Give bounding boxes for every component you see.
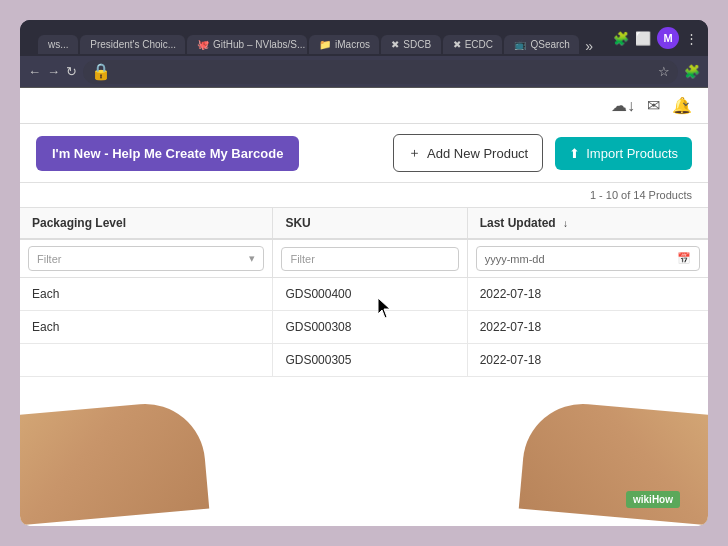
date-filter-input[interactable]: yyyy-mm-dd 📅 [476, 246, 700, 271]
col-sku: SKU [273, 208, 467, 239]
menu-icon[interactable]: ⋮ [685, 31, 698, 46]
tab-github[interactable]: 🐙 GitHub – NVlabs/S... [187, 35, 307, 54]
tab-presidents-label: President's Choic... [90, 39, 176, 50]
tab-ecdc-label: ECDC [465, 39, 493, 50]
table-area: 1 - 10 of 14 Products Packaging Level SK… [20, 183, 708, 526]
packaging-level-cell: Each [20, 311, 273, 344]
sku-filter-cell: Filter [273, 239, 467, 278]
extensions-icon[interactable]: 🧩 [613, 31, 629, 46]
add-new-product-button[interactable]: ＋ Add New Product [393, 134, 543, 172]
packaging-level-cell [20, 344, 273, 377]
wikihow-watermark: wikiHow [626, 491, 680, 508]
nav-bar: ← → ↻ 🔒 ☆ 🧩 [20, 56, 708, 88]
tab-ecdc[interactable]: ✖ ECDC [443, 35, 503, 54]
packaging-level-filter[interactable]: Filter ▾ [28, 246, 264, 271]
sku-header: SKU [285, 216, 310, 230]
add-new-product-label: Add New Product [427, 146, 528, 161]
sku-cell: GDS000400 [273, 278, 467, 311]
last-updated-cell: 2022-07-18 [467, 278, 708, 311]
tab-imacros-label: iMacros [335, 39, 370, 50]
col-packaging-level: Packaging Level [20, 208, 273, 239]
mail-icon[interactable]: ✉ [647, 96, 660, 115]
tab-qsearch-icon: 📺 [514, 39, 526, 50]
packaging-filter-placeholder: Filter [37, 253, 61, 265]
tab-ws[interactable]: ws... [38, 35, 78, 54]
table-row: Each GDS000400 2022-07-18 [20, 278, 708, 311]
last-updated-header: Last Updated [480, 216, 556, 230]
tab-more[interactable]: » [581, 38, 597, 54]
tab-ws-label: ws... [48, 39, 69, 50]
sort-arrow-icon: ↓ [563, 218, 568, 229]
page-content: ⌄ ☁↓ ✉ 🔔 I'm New - Help Me Create My Bar… [20, 88, 708, 526]
tab-github-icon: 🐙 [197, 39, 209, 50]
sku-cell: GDS000305 [273, 344, 467, 377]
date-filter-placeholder: yyyy-mm-dd [485, 253, 545, 265]
user-avatar[interactable]: M [657, 27, 679, 49]
calendar-icon: 📅 [677, 252, 691, 265]
dropdown-arrow-icon: ▾ [249, 252, 255, 265]
tab-sdcb-icon: ✖ [391, 39, 399, 50]
import-products-label: Import Products [586, 146, 678, 161]
help-create-barcode-button[interactable]: I'm New - Help Me Create My Barcode [36, 136, 299, 171]
tab-github-label: GitHub – NVlabs/S... [213, 39, 305, 50]
packaging-level-cell: Each [20, 278, 273, 311]
lock-icon: 🔒 [91, 62, 111, 81]
packaging-level-header: Packaging Level [32, 216, 126, 230]
tab-sdcb[interactable]: ✖ SDCB [381, 35, 440, 54]
browser-chrome: ws... President's Choic... 🐙 GitHub – NV… [20, 20, 708, 88]
tabs-bar: ws... President's Choic... 🐙 GitHub – NV… [30, 22, 605, 54]
col-last-updated[interactable]: Last Updated ↓ [467, 208, 708, 239]
tab-ecdc-icon: ✖ [453, 39, 461, 50]
table-row: Each GDS000308 2022-07-18 [20, 311, 708, 344]
sku-filter-input[interactable]: Filter [281, 247, 458, 271]
browser-top-bar: ws... President's Choic... 🐙 GitHub – NV… [20, 20, 708, 56]
action-row: I'm New - Help Me Create My Barcode ＋ Ad… [20, 124, 708, 183]
filter-row: Filter ▾ Filter yyyy-mm-dd [20, 239, 708, 278]
last-updated-cell: 2022-07-18 [467, 344, 708, 377]
tab-sdcb-label: SDCB [403, 39, 431, 50]
tab-imacros[interactable]: 📁 iMacros [309, 35, 379, 54]
table-header-row: Packaging Level SKU Last Updated ↓ [20, 208, 708, 239]
import-products-button[interactable]: ⬆ Import Products [555, 137, 692, 170]
refresh-icon[interactable]: ↻ [66, 64, 77, 79]
address-bar[interactable]: 🔒 ☆ [83, 60, 678, 84]
tab-presidents[interactable]: President's Choic... [80, 35, 185, 54]
table-info: 1 - 10 of 14 Products [20, 183, 708, 208]
packaging-level-filter-cell: Filter ▾ [20, 239, 273, 278]
tab-qsearch[interactable]: 📺 QSearch [504, 35, 579, 54]
table-row: GDS000305 2022-07-18 [20, 344, 708, 377]
app-toolbar: ☁↓ ✉ 🔔 [20, 88, 708, 124]
download-cloud-icon[interactable]: ☁↓ [611, 96, 635, 115]
tab-imacros-icon: 📁 [319, 39, 331, 50]
collapse-button[interactable]: ⌄ [680, 92, 692, 110]
tab-qsearch-label: QSearch [530, 39, 569, 50]
chevron-down-icon: ⌄ [680, 93, 692, 109]
window-icon[interactable]: ⬜ [635, 31, 651, 46]
browser-actions: 🧩 ⬜ M ⋮ [613, 27, 698, 49]
last-updated-cell: 2022-07-18 [467, 311, 708, 344]
date-filter-cell: yyyy-mm-dd 📅 [467, 239, 708, 278]
add-icon: ＋ [408, 144, 421, 162]
star-icon[interactable]: ☆ [658, 64, 670, 79]
back-icon[interactable]: ← [28, 64, 41, 79]
products-table: Packaging Level SKU Last Updated ↓ [20, 208, 708, 377]
sku-filter-placeholder: Filter [290, 253, 314, 265]
extensions-nav-icon[interactable]: 🧩 [684, 64, 700, 79]
sku-cell: GDS000308 [273, 311, 467, 344]
laptop-frame: ws... President's Choic... 🐙 GitHub – NV… [20, 20, 708, 526]
import-icon: ⬆ [569, 146, 580, 161]
forward-icon[interactable]: → [47, 64, 60, 79]
